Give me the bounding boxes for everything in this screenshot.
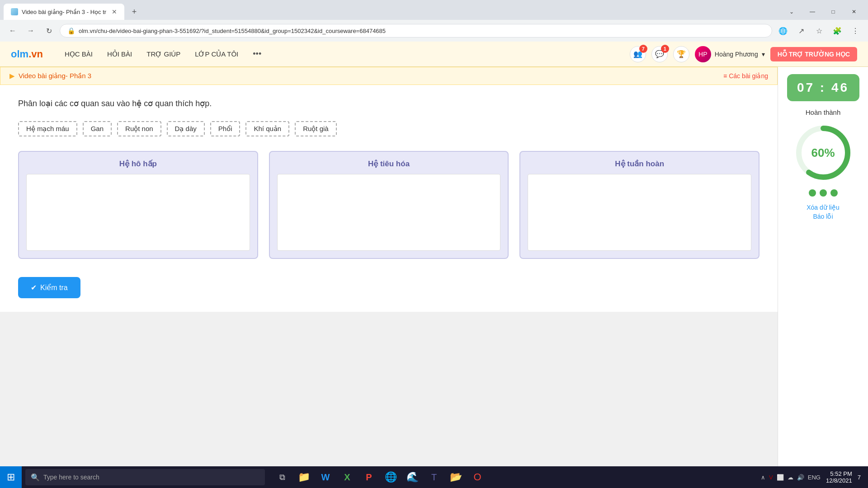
start-button[interactable]: ⊞ (0, 466, 22, 488)
nav-hoc-bai[interactable]: HỌC BÀI (65, 50, 93, 58)
drag-item-6[interactable]: Ruột già (295, 121, 337, 136)
report-error-link[interactable]: Báo lỗi (813, 213, 833, 220)
main-layout: ▶ Video bài giảng- Phần 3 ≡ Các bài giản… (0, 67, 868, 466)
tray-expand-icon[interactable]: ∧ (761, 474, 765, 481)
messages-badge: 1 (661, 45, 669, 53)
word-icon: W (321, 472, 330, 483)
minimize-button[interactable]: — (802, 5, 823, 19)
drop-zone-tuan-hoan-box[interactable] (528, 174, 751, 251)
windows-logo-icon: ⊞ (7, 471, 15, 483)
user-menu-button[interactable]: HP Hoàng Phương ▾ (695, 46, 765, 62)
taskbar-word[interactable]: W (316, 467, 335, 487)
url-text: olm.vn/chu-de/video-bai-giang-phan-3-551… (79, 28, 764, 34)
olm-logo: olm.vn (11, 48, 43, 60)
taskbar-opera[interactable]: O (467, 467, 487, 487)
lessons-link[interactable]: ≡ Các bài giảng (723, 72, 768, 80)
taskbar-excel[interactable]: X (337, 467, 357, 487)
support-button[interactable]: HỖ TRỢ TRƯỜNG HỌC (770, 47, 857, 61)
lessons-link-text: Các bài giảng (729, 72, 768, 80)
taskbar-file-app[interactable]: 📂 (446, 467, 466, 487)
avatar: HP (695, 46, 711, 62)
logo-suffix: .vn (28, 48, 43, 60)
drop-zone-ho-hap-box[interactable] (26, 174, 250, 251)
search-placeholder-text: Type here to search (43, 474, 99, 481)
check-button[interactable]: ✔ Kiểm tra (18, 277, 80, 298)
taskbar-teams[interactable]: T (424, 467, 444, 487)
teams-icon: T (431, 472, 437, 483)
active-tab[interactable]: Video bài giảng- Phần 3 - Học tr ✕ (4, 4, 124, 20)
tab-close-button[interactable]: ✕ (112, 8, 117, 15)
drag-item-0[interactable]: Hệ mạch máu (18, 121, 77, 136)
drop-zone-tieu-hoa-box[interactable] (277, 174, 501, 251)
drop-zone-ho-hap-title: Hệ hô hấp (26, 159, 250, 169)
drop-zone-tuan-hoan[interactable]: Hệ tuần hoàn (519, 151, 760, 259)
tab-bar: Video bài giảng- Phần 3 - Học tr ✕ + ⌄ —… (0, 0, 868, 20)
trophy-icon-button[interactable]: 🏆 (673, 46, 689, 62)
back-button[interactable]: ← (5, 23, 20, 38)
share-icon[interactable]: ↗ (794, 23, 808, 38)
friends-icon-button[interactable]: 👥 7 (630, 46, 646, 62)
taskbar-powerpoint[interactable]: P (359, 467, 379, 487)
lock-icon: 🔒 (67, 27, 75, 34)
tray-icon-2: ⬜ (777, 474, 784, 481)
taskbar-explorer[interactable]: 📁 (294, 467, 314, 487)
nav-tro-giup[interactable]: TRỢ GIÚP (146, 50, 180, 58)
volume-icon[interactable]: 🔊 (797, 474, 804, 481)
taskbar: ⊞ 🔍 Type here to search ⧉ 📁 W X P 🌐 🌊 T (0, 466, 868, 488)
maximize-button[interactable]: □ (823, 5, 844, 19)
user-dropdown-icon: ▾ (762, 51, 765, 58)
notification-button[interactable]: 7 (858, 474, 861, 481)
drag-item-1[interactable]: Gan (83, 121, 112, 136)
address-input[interactable]: 🔒 olm.vn/chu-de/video-bai-giang-phan-3-5… (60, 24, 772, 38)
edge-icon: 🌊 (406, 471, 419, 483)
drop-zones-container: Hệ hô hấp Hệ tiêu hóa Hệ tuần hoàn (18, 151, 760, 259)
excel-icon: X (344, 472, 350, 483)
taskbar-right: ∧ V ⬜ ☁ 🔊 ENG 5:52 PM 12/8/2021 7 (761, 470, 868, 484)
more-menu-icon[interactable]: ⋮ (848, 23, 863, 38)
video-title-area: ▶ Video bài giảng- Phần 3 (9, 72, 91, 80)
lang-indicator: ENG (808, 474, 821, 481)
refresh-button[interactable]: ↻ (42, 23, 56, 38)
logo-text: olm (11, 48, 28, 60)
close-button[interactable]: ✕ (844, 5, 864, 19)
video-header: ▶ Video bài giảng- Phần 3 ≡ Các bài giản… (0, 67, 778, 85)
dot-1 (809, 189, 816, 197)
chrome-icon: 🌐 (385, 471, 397, 483)
play-icon: ▶ (9, 72, 15, 80)
drag-item-3[interactable]: Dạ dày (167, 121, 205, 136)
drag-item-5[interactable]: Khí quản (245, 121, 289, 136)
nav-hoi-bai[interactable]: HỎI BÀI (107, 50, 132, 58)
drag-item-2[interactable]: Ruột non (117, 121, 161, 136)
delete-data-link[interactable]: Xóa dữ liệu (807, 204, 839, 211)
drop-zone-tieu-hoa[interactable]: Hệ tiêu hóa (269, 151, 509, 259)
chevron-down-icon[interactable]: ⌄ (781, 5, 802, 19)
drop-zone-ho-hap[interactable]: Hệ hô hấp (18, 151, 258, 259)
drag-item-4[interactable]: Phổi (210, 121, 241, 136)
olm-nav: olm.vn HỌC BÀI HỎI BÀI TRỢ GIÚP LỚP CỦA … (0, 42, 868, 67)
clock-time: 5:52 PM (826, 470, 852, 477)
video-title-text: Video bài giảng- Phần 3 (19, 72, 91, 80)
powerpoint-icon: P (366, 472, 372, 483)
content-panel: ▶ Video bài giảng- Phần 3 ≡ Các bài giản… (0, 67, 778, 466)
opera-icon: O (473, 471, 481, 483)
extensions-icon[interactable]: 🧩 (830, 23, 844, 38)
nav-lop-cua-toi[interactable]: LỚP CỦA TÔI (195, 50, 238, 58)
toolbar-icons: 🌐 ↗ ☆ 🧩 ⋮ (776, 23, 863, 38)
dot-2 (820, 189, 827, 197)
completion-label: Hoàn thành (806, 108, 841, 116)
messages-icon-button[interactable]: 💬 1 (651, 46, 668, 62)
taskbar-task-view[interactable]: ⧉ (272, 467, 292, 487)
new-tab-button[interactable]: + (128, 5, 141, 18)
friends-badge: 7 (639, 45, 647, 53)
translate-icon[interactable]: 🌐 (776, 23, 790, 38)
clock-date: 12/8/2021 (826, 477, 852, 484)
bookmark-icon[interactable]: ☆ (812, 23, 826, 38)
check-icon: ✔ (31, 283, 37, 292)
taskbar-edge[interactable]: 🌊 (402, 467, 422, 487)
forward-button[interactable]: → (24, 23, 38, 38)
nav-more-button[interactable]: ••• (253, 49, 261, 59)
system-tray: ∧ V ⬜ ☁ 🔊 ENG (761, 474, 821, 481)
taskbar-search[interactable]: 🔍 Type here to search (25, 469, 265, 485)
taskbar-chrome[interactable]: 🌐 (381, 467, 401, 487)
exercise-area: Phân loại các cơ quan sau vào hệ cơ quan… (0, 85, 778, 312)
